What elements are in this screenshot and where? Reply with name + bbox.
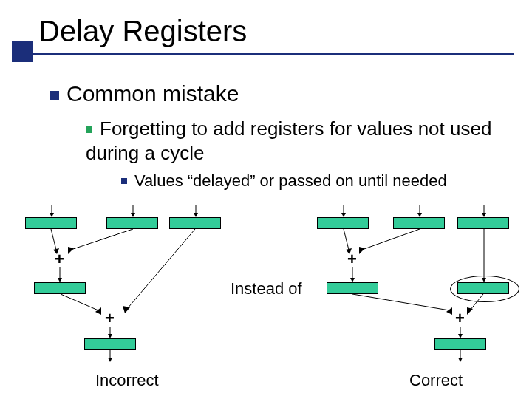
svg-line-34	[352, 294, 449, 310]
arrow-down-icon	[131, 205, 135, 217]
register-box	[317, 217, 369, 229]
svg-marker-23	[417, 213, 422, 217]
arrow-down-icon	[482, 205, 486, 217]
arrow-down-icon	[482, 229, 486, 282]
bullet-l1-text: Common mistake	[66, 81, 239, 106]
arrow-down-icon	[108, 327, 112, 338]
arrow-icon	[121, 229, 202, 313]
register-box	[84, 338, 136, 350]
svg-line-26	[344, 229, 349, 250]
svg-marker-1	[50, 213, 54, 217]
square-bullet-icon	[121, 178, 127, 184]
accent-block	[12, 41, 33, 62]
register-box	[327, 282, 378, 294]
svg-marker-35	[446, 307, 452, 315]
register-box	[106, 217, 158, 229]
register-box	[169, 217, 221, 229]
svg-marker-9	[68, 247, 74, 254]
bullet-l3-text: Values “delayed” or passed on until need…	[134, 171, 447, 190]
arrow-down-icon	[194, 205, 198, 217]
svg-marker-25	[482, 213, 486, 217]
register-box	[434, 338, 486, 350]
svg-marker-21	[341, 213, 346, 217]
arrow-down-icon	[350, 267, 355, 282]
plus-icon: +	[347, 250, 357, 269]
square-bullet-icon	[86, 126, 92, 133]
arrow-down-icon	[341, 205, 346, 217]
bullet-level-2: Forgetting to add registers for values n…	[86, 117, 499, 165]
arrow-down-icon	[417, 205, 422, 217]
bullet-l2-text: Forgetting to add registers for values n…	[86, 117, 491, 164]
plus-icon: +	[55, 250, 64, 269]
diagram-area: + + Incorrect Instead of + + Correct	[25, 200, 528, 392]
page-title: Delay Registers	[38, 15, 247, 48]
svg-marker-3	[131, 213, 135, 217]
instead-of-label: Instead of	[231, 279, 302, 299]
svg-line-28	[362, 229, 420, 250]
svg-marker-19	[108, 358, 112, 362]
arrow-icon	[466, 294, 486, 315]
register-box	[25, 217, 77, 229]
svg-marker-41	[458, 358, 463, 362]
plus-icon: +	[455, 309, 465, 328]
arrow-down-icon	[458, 327, 463, 338]
arrow-down-icon	[108, 350, 112, 362]
arrow-icon	[358, 229, 424, 254]
correct-label: Correct	[409, 371, 463, 390]
register-box	[457, 217, 509, 229]
arrow-down-icon	[458, 350, 463, 362]
title-underline	[12, 53, 514, 55]
svg-marker-37	[467, 307, 473, 315]
svg-line-6	[51, 229, 56, 250]
arrow-down-icon	[50, 205, 54, 217]
svg-marker-29	[359, 247, 365, 254]
arrow-icon	[58, 294, 103, 315]
svg-line-14	[61, 294, 98, 310]
square-bullet-icon	[50, 91, 59, 100]
plus-icon: +	[105, 309, 115, 328]
arrow-down-icon	[58, 267, 62, 282]
svg-marker-5	[194, 213, 198, 217]
svg-marker-15	[95, 307, 101, 315]
svg-line-12	[127, 229, 195, 309]
register-box	[393, 217, 445, 229]
register-box	[34, 282, 86, 294]
bullet-level-3: Values “delayed” or passed on until need…	[121, 171, 447, 191]
bullet-level-1: Common mistake	[50, 81, 239, 106]
incorrect-label: Incorrect	[95, 371, 159, 390]
svg-line-36	[470, 294, 483, 310]
arrow-icon	[350, 294, 454, 315]
